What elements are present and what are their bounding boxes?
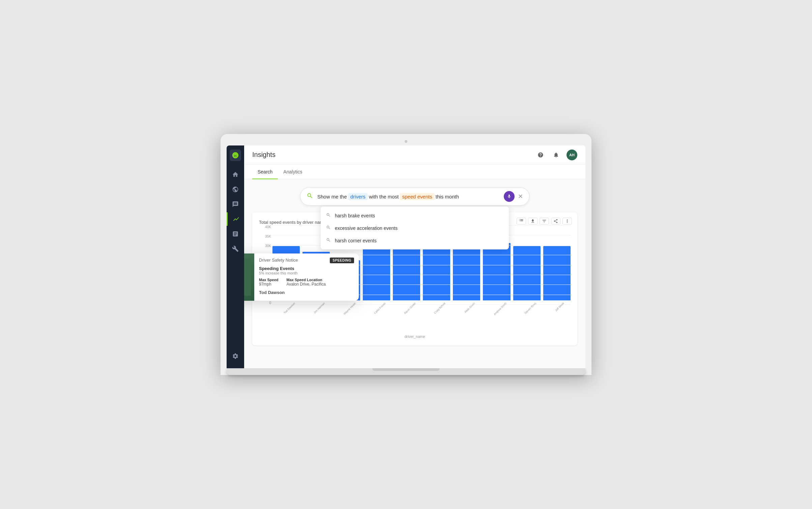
laptop-base-inner: [372, 368, 440, 371]
sidebar-nav: [227, 168, 244, 349]
tab-search[interactable]: Search: [252, 164, 278, 179]
user-avatar[interactable]: AH: [567, 150, 577, 160]
driver-notice-label: Driver Safety Notice: [259, 258, 298, 263]
sidebar-item-reports[interactable]: [227, 227, 244, 241]
main-content: Insights AH Search Analytics: [244, 145, 585, 368]
bar-label-5: Craig Byford: [433, 302, 446, 315]
driver-stat-speed-value: 97mph: [259, 282, 278, 287]
bar-label-7: Andrew Smith: [493, 302, 508, 316]
search-dropdown: harsh brake events excessive acceleratio…: [321, 207, 509, 249]
driver-stat-location-value: Avalon Drive, Pacifica: [286, 282, 326, 287]
laptop-shell: Insights AH Search Analytics: [221, 134, 591, 375]
search-bar[interactable]: Show me the drivers with the most speed …: [300, 187, 529, 206]
header: Insights AH: [244, 145, 585, 164]
help-button[interactable]: [535, 150, 546, 160]
search-highlight1: drivers: [348, 193, 368, 200]
notifications-button[interactable]: [551, 150, 561, 160]
sidebar-item-analytics[interactable]: [227, 212, 244, 226]
driver-name: Tod Dawson: [259, 290, 354, 295]
bar-9[interactable]: [543, 246, 571, 300]
search-suffix: this month: [436, 194, 459, 199]
page-title: Insights: [252, 151, 276, 159]
dropdown-item-2-label: excessive acceleration events: [335, 225, 398, 231]
bar-col-8[interactable]: Steven Ross: [513, 225, 541, 305]
app-logo[interactable]: [230, 150, 241, 161]
sidebar-item-home[interactable]: [227, 168, 244, 181]
search-highlight2: speed events: [400, 193, 434, 200]
driver-section-sub: 5% increase this month: [259, 271, 354, 275]
dropdown-item-3-label: harsh corner events: [335, 238, 377, 243]
bar-label-0: Tod Dawson: [283, 302, 295, 314]
tab-analytics[interactable]: Analytics: [278, 164, 308, 179]
sidebar-item-chat[interactable]: [227, 197, 244, 211]
y-label: 0: [259, 301, 271, 305]
bar-label-2: Wayne Heath: [343, 302, 356, 315]
driver-photo: [244, 253, 254, 301]
chart-share-btn[interactable]: [551, 218, 560, 224]
driver-stat-speed-label: Max Speed: [259, 278, 278, 282]
bar-7[interactable]: [483, 243, 510, 300]
driver-card: Driver Safety Notice SPEEDING Speeding E…: [244, 253, 359, 301]
chart-filter-btn[interactable]: [540, 218, 549, 224]
dropdown-search-icon-1: [326, 213, 331, 218]
search-icon: [307, 192, 313, 201]
mic-button[interactable]: [504, 191, 515, 202]
laptop-screen: Insights AH Search Analytics: [227, 145, 585, 368]
laptop-camera: [405, 140, 407, 143]
header-actions: AH: [535, 150, 577, 160]
bar-label-9: Jeff Meek: [554, 302, 565, 312]
page-content: Show me the drivers with the most speed …: [244, 179, 585, 368]
y-label: 30K: [259, 244, 271, 248]
y-label: 35K: [259, 235, 271, 238]
sidebar-item-globe[interactable]: [227, 183, 244, 196]
driver-header: Driver Safety Notice SPEEDING: [259, 258, 354, 263]
search-prefix: Show me the: [317, 194, 348, 199]
sidebar: [227, 145, 244, 368]
dropdown-item-2[interactable]: excessive acceleration events: [321, 222, 509, 234]
y-label: 40K: [259, 225, 271, 229]
chart-view-btn[interactable]: [517, 218, 526, 224]
driver-stats: Max Speed 97mph Max Speed Location Avalo…: [259, 278, 354, 287]
app-container: Insights AH Search Analytics: [227, 145, 585, 368]
chart-more-btn[interactable]: [562, 218, 572, 224]
bar-label-4: Aaron Grider: [403, 302, 416, 315]
laptop-base: [227, 368, 585, 375]
sidebar-item-tools[interactable]: [227, 242, 244, 256]
bar-label-6: Allan Dixon: [464, 302, 475, 314]
chart-toolbar: [517, 218, 572, 224]
search-text: Show me the drivers with the most speed …: [317, 194, 504, 199]
driver-info: Driver Safety Notice SPEEDING Speeding E…: [254, 253, 359, 301]
dropdown-item-3[interactable]: harsh corner events: [321, 234, 509, 247]
speeding-badge: SPEEDING: [330, 258, 354, 263]
bar-8[interactable]: [513, 246, 541, 300]
dropdown-item-1-label: harsh brake events: [335, 213, 375, 218]
driver-stat-speed: Max Speed 97mph: [259, 278, 278, 287]
bar-label-1: Jim Harman: [313, 302, 326, 314]
sidebar-settings[interactable]: [232, 349, 239, 364]
chart-download-btn[interactable]: [528, 218, 538, 224]
bar-label-8: Steven Ross: [524, 302, 536, 315]
driver-stat-location: Max Speed Location Avalon Drive, Pacific…: [286, 278, 326, 287]
chart-title: Total speed events by driver name: [259, 220, 326, 225]
search-clear-button[interactable]: ✕: [518, 193, 523, 200]
search-middle: with the most: [369, 194, 400, 199]
dropdown-item-1[interactable]: harsh brake events: [321, 209, 509, 222]
driver-section-title: Speeding Events: [259, 266, 354, 271]
dropdown-search-icon-2: [326, 225, 331, 231]
dropdown-search-icon-3: [326, 238, 331, 243]
x-axis-title: driver_name: [259, 334, 571, 339]
driver-stat-location-label: Max Speed Location: [286, 278, 326, 282]
bar-col-9[interactable]: Jeff Meek: [543, 225, 571, 305]
search-actions: ✕: [504, 191, 523, 202]
bar-label-3: Callin Fraser: [373, 302, 386, 315]
tabs: Search Analytics: [244, 164, 585, 179]
svg-rect-0: [244, 259, 251, 296]
